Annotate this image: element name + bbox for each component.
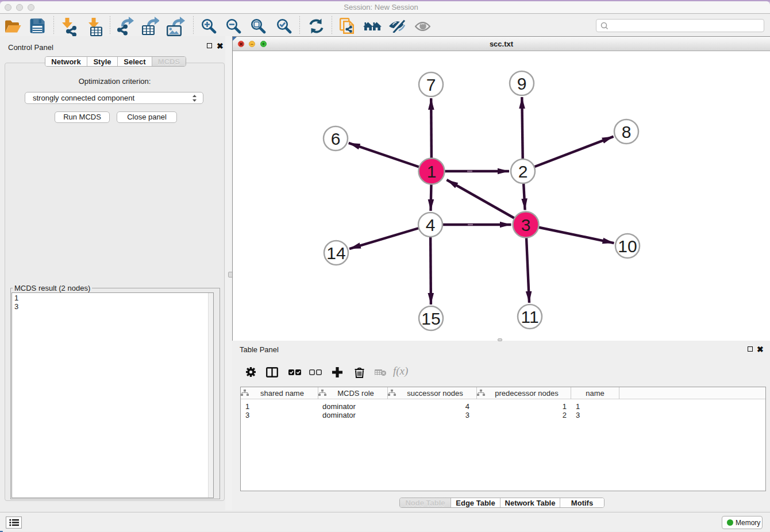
svg-text:1: 1 — [427, 162, 437, 181]
svg-text:15: 15 — [421, 309, 440, 328]
svg-text:4: 4 — [426, 215, 436, 234]
svg-text:9: 9 — [517, 74, 527, 93]
svg-text:3: 3 — [521, 215, 531, 234]
svg-text:10: 10 — [618, 237, 637, 256]
svg-text:8: 8 — [622, 122, 632, 141]
svg-text:2: 2 — [518, 162, 528, 181]
svg-text:14: 14 — [326, 244, 345, 263]
svg-text:7: 7 — [426, 75, 436, 94]
svg-text:11: 11 — [521, 307, 538, 326]
svg-text:6: 6 — [331, 129, 341, 148]
